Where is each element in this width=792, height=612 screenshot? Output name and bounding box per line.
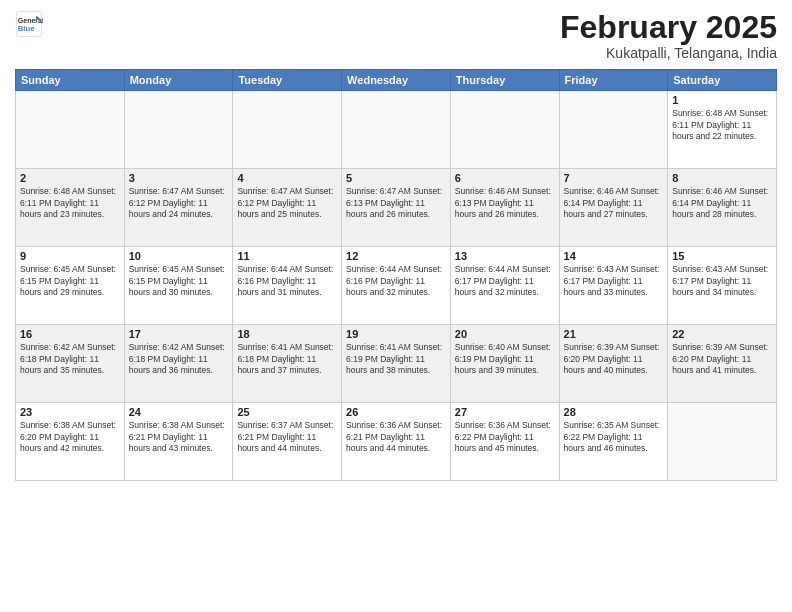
day-number: 3 — [129, 172, 229, 184]
title-section: February 2025 Kukatpalli, Telangana, Ind… — [560, 10, 777, 61]
header-monday: Monday — [124, 70, 233, 91]
header-sunday: Sunday — [16, 70, 125, 91]
table-row: 20Sunrise: 6:40 AM Sunset: 6:19 PM Dayli… — [450, 325, 559, 403]
table-row: 12Sunrise: 6:44 AM Sunset: 6:16 PM Dayli… — [342, 247, 451, 325]
day-info: Sunrise: 6:47 AM Sunset: 6:12 PM Dayligh… — [129, 186, 229, 220]
day-number: 6 — [455, 172, 555, 184]
day-number: 8 — [672, 172, 772, 184]
day-info: Sunrise: 6:36 AM Sunset: 6:21 PM Dayligh… — [346, 420, 446, 454]
day-number: 19 — [346, 328, 446, 340]
day-number: 26 — [346, 406, 446, 418]
calendar-week-row: 1Sunrise: 6:48 AM Sunset: 6:11 PM Daylig… — [16, 91, 777, 169]
day-info: Sunrise: 6:44 AM Sunset: 6:17 PM Dayligh… — [455, 264, 555, 298]
table-row: 19Sunrise: 6:41 AM Sunset: 6:19 PM Dayli… — [342, 325, 451, 403]
day-info: Sunrise: 6:41 AM Sunset: 6:19 PM Dayligh… — [346, 342, 446, 376]
day-info: Sunrise: 6:44 AM Sunset: 6:16 PM Dayligh… — [237, 264, 337, 298]
day-info: Sunrise: 6:48 AM Sunset: 6:11 PM Dayligh… — [672, 108, 772, 142]
calendar-week-row: 9Sunrise: 6:45 AM Sunset: 6:15 PM Daylig… — [16, 247, 777, 325]
day-number: 5 — [346, 172, 446, 184]
day-info: Sunrise: 6:42 AM Sunset: 6:18 PM Dayligh… — [20, 342, 120, 376]
day-number: 4 — [237, 172, 337, 184]
table-row: 24Sunrise: 6:38 AM Sunset: 6:21 PM Dayli… — [124, 403, 233, 481]
table-row: 10Sunrise: 6:45 AM Sunset: 6:15 PM Dayli… — [124, 247, 233, 325]
day-number: 21 — [564, 328, 664, 340]
calendar-week-row: 23Sunrise: 6:38 AM Sunset: 6:20 PM Dayli… — [16, 403, 777, 481]
day-number: 10 — [129, 250, 229, 262]
subtitle: Kukatpalli, Telangana, India — [560, 45, 777, 61]
table-row — [342, 91, 451, 169]
table-row — [668, 403, 777, 481]
calendar-week-row: 2Sunrise: 6:48 AM Sunset: 6:11 PM Daylig… — [16, 169, 777, 247]
table-row: 25Sunrise: 6:37 AM Sunset: 6:21 PM Dayli… — [233, 403, 342, 481]
table-row — [233, 91, 342, 169]
day-info: Sunrise: 6:40 AM Sunset: 6:19 PM Dayligh… — [455, 342, 555, 376]
table-row — [124, 91, 233, 169]
table-row: 15Sunrise: 6:43 AM Sunset: 6:17 PM Dayli… — [668, 247, 777, 325]
logo-icon: General Blue — [15, 10, 43, 38]
day-number: 2 — [20, 172, 120, 184]
day-number: 7 — [564, 172, 664, 184]
day-number: 9 — [20, 250, 120, 262]
calendar-week-row: 16Sunrise: 6:42 AM Sunset: 6:18 PM Dayli… — [16, 325, 777, 403]
day-number: 1 — [672, 94, 772, 106]
svg-text:General: General — [18, 17, 43, 24]
table-row: 11Sunrise: 6:44 AM Sunset: 6:16 PM Dayli… — [233, 247, 342, 325]
table-row: 16Sunrise: 6:42 AM Sunset: 6:18 PM Dayli… — [16, 325, 125, 403]
day-info: Sunrise: 6:44 AM Sunset: 6:16 PM Dayligh… — [346, 264, 446, 298]
day-info: Sunrise: 6:38 AM Sunset: 6:20 PM Dayligh… — [20, 420, 120, 454]
table-row: 1Sunrise: 6:48 AM Sunset: 6:11 PM Daylig… — [668, 91, 777, 169]
header-friday: Friday — [559, 70, 668, 91]
logo: General Blue — [15, 10, 43, 38]
table-row: 7Sunrise: 6:46 AM Sunset: 6:14 PM Daylig… — [559, 169, 668, 247]
day-number: 14 — [564, 250, 664, 262]
table-row — [16, 91, 125, 169]
table-row — [559, 91, 668, 169]
day-info: Sunrise: 6:45 AM Sunset: 6:15 PM Dayligh… — [20, 264, 120, 298]
day-number: 24 — [129, 406, 229, 418]
day-info: Sunrise: 6:39 AM Sunset: 6:20 PM Dayligh… — [564, 342, 664, 376]
day-number: 13 — [455, 250, 555, 262]
table-row: 26Sunrise: 6:36 AM Sunset: 6:21 PM Dayli… — [342, 403, 451, 481]
day-info: Sunrise: 6:47 AM Sunset: 6:12 PM Dayligh… — [237, 186, 337, 220]
day-info: Sunrise: 6:48 AM Sunset: 6:11 PM Dayligh… — [20, 186, 120, 220]
day-info: Sunrise: 6:46 AM Sunset: 6:14 PM Dayligh… — [564, 186, 664, 220]
table-row: 5Sunrise: 6:47 AM Sunset: 6:13 PM Daylig… — [342, 169, 451, 247]
table-row: 23Sunrise: 6:38 AM Sunset: 6:20 PM Dayli… — [16, 403, 125, 481]
day-info: Sunrise: 6:43 AM Sunset: 6:17 PM Dayligh… — [672, 264, 772, 298]
day-info: Sunrise: 6:45 AM Sunset: 6:15 PM Dayligh… — [129, 264, 229, 298]
day-number: 15 — [672, 250, 772, 262]
day-number: 18 — [237, 328, 337, 340]
day-number: 12 — [346, 250, 446, 262]
header: General Blue February 2025 Kukatpalli, T… — [15, 10, 777, 61]
main-title: February 2025 — [560, 10, 777, 45]
day-info: Sunrise: 6:47 AM Sunset: 6:13 PM Dayligh… — [346, 186, 446, 220]
header-thursday: Thursday — [450, 70, 559, 91]
table-row: 4Sunrise: 6:47 AM Sunset: 6:12 PM Daylig… — [233, 169, 342, 247]
table-row: 27Sunrise: 6:36 AM Sunset: 6:22 PM Dayli… — [450, 403, 559, 481]
day-number: 20 — [455, 328, 555, 340]
day-info: Sunrise: 6:46 AM Sunset: 6:13 PM Dayligh… — [455, 186, 555, 220]
day-info: Sunrise: 6:39 AM Sunset: 6:20 PM Dayligh… — [672, 342, 772, 376]
day-number: 25 — [237, 406, 337, 418]
calendar-header-row: Sunday Monday Tuesday Wednesday Thursday… — [16, 70, 777, 91]
header-saturday: Saturday — [668, 70, 777, 91]
table-row: 18Sunrise: 6:41 AM Sunset: 6:18 PM Dayli… — [233, 325, 342, 403]
day-info: Sunrise: 6:43 AM Sunset: 6:17 PM Dayligh… — [564, 264, 664, 298]
table-row: 21Sunrise: 6:39 AM Sunset: 6:20 PM Dayli… — [559, 325, 668, 403]
table-row: 17Sunrise: 6:42 AM Sunset: 6:18 PM Dayli… — [124, 325, 233, 403]
day-info: Sunrise: 6:37 AM Sunset: 6:21 PM Dayligh… — [237, 420, 337, 454]
table-row: 6Sunrise: 6:46 AM Sunset: 6:13 PM Daylig… — [450, 169, 559, 247]
day-info: Sunrise: 6:38 AM Sunset: 6:21 PM Dayligh… — [129, 420, 229, 454]
day-info: Sunrise: 6:36 AM Sunset: 6:22 PM Dayligh… — [455, 420, 555, 454]
svg-text:Blue: Blue — [18, 24, 35, 33]
table-row — [450, 91, 559, 169]
day-number: 16 — [20, 328, 120, 340]
day-number: 22 — [672, 328, 772, 340]
day-info: Sunrise: 6:41 AM Sunset: 6:18 PM Dayligh… — [237, 342, 337, 376]
table-row: 8Sunrise: 6:46 AM Sunset: 6:14 PM Daylig… — [668, 169, 777, 247]
header-wednesday: Wednesday — [342, 70, 451, 91]
page: General Blue February 2025 Kukatpalli, T… — [0, 0, 792, 612]
day-number: 11 — [237, 250, 337, 262]
day-number: 27 — [455, 406, 555, 418]
day-info: Sunrise: 6:42 AM Sunset: 6:18 PM Dayligh… — [129, 342, 229, 376]
